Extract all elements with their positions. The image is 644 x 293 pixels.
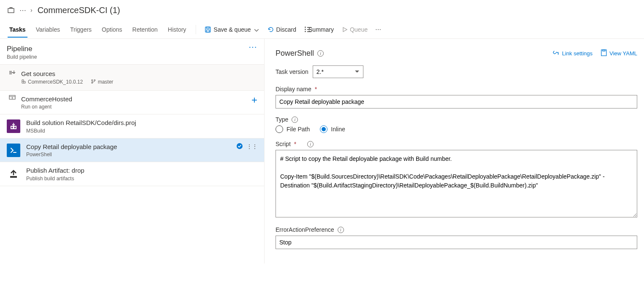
task-name: Publish Artifact: drop <box>26 166 257 175</box>
check-icon <box>236 143 243 151</box>
svg-rect-13 <box>601 50 606 56</box>
task-row-copy[interactable]: Copy Retail deployable package PowerShel… <box>0 138 264 162</box>
tab-history[interactable]: History <box>163 22 191 37</box>
branch-name: master <box>98 79 113 85</box>
project-icon <box>7 6 15 14</box>
required-marker: * <box>294 141 296 147</box>
script-label: Script <box>276 141 291 147</box>
display-name-input[interactable] <box>276 95 637 109</box>
summary-label: Summary <box>308 26 334 33</box>
link-settings-button[interactable]: Link settings <box>553 49 592 57</box>
svg-rect-14 <box>603 50 605 51</box>
tab-variables[interactable]: Variables <box>31 22 65 37</box>
task-name: Build solution RetailSDK/Code/dirs.proj <box>26 119 257 127</box>
play-icon <box>342 27 347 32</box>
sources-icon <box>7 70 18 76</box>
tab-tasks[interactable]: Tasks <box>4 22 31 37</box>
view-yaml-label: View YAML <box>609 50 637 57</box>
undo-icon <box>267 26 274 33</box>
page-title: CommerceSDK-CI (1) <box>38 5 120 15</box>
display-name-label: Display name <box>276 86 311 92</box>
job-name: CommerceHosted <box>21 95 251 103</box>
tab-retention[interactable]: Retention <box>127 22 163 37</box>
powershell-icon <box>7 144 20 157</box>
task-version-label: Task version <box>276 68 308 75</box>
agent-job-row[interactable]: CommerceHosted Run on agent + <box>0 90 264 114</box>
radio-inline[interactable]: Inline <box>320 125 345 133</box>
info-icon[interactable]: i <box>338 227 344 233</box>
tab-bar: Tasks Variables Triggers Options Retenti… <box>0 20 644 39</box>
list-icon <box>305 27 306 32</box>
svg-rect-3 <box>206 30 209 32</box>
error-pref-label: ErrorActionPreference <box>276 226 334 233</box>
svg-point-11 <box>237 143 243 149</box>
branch-icon <box>91 79 96 85</box>
get-sources-title: Get sources <box>21 70 257 78</box>
task-list-panel: Pipeline Build pipeline ⋯ Get sources Co… <box>0 39 265 263</box>
task-row-build[interactable]: Build solution RetailSDK/Code/dirs.proj … <box>0 114 264 138</box>
repo-icon <box>21 79 26 85</box>
info-icon[interactable]: i <box>307 141 314 147</box>
script-input[interactable] <box>276 150 637 217</box>
summary-button[interactable]: Summary <box>300 24 338 35</box>
discard-label: Discard <box>276 26 296 33</box>
task-name: Copy Retail deployable package <box>26 143 236 151</box>
view-yaml-button[interactable]: View YAML <box>601 49 637 57</box>
info-icon[interactable]: i <box>292 117 298 123</box>
save-icon <box>205 26 211 33</box>
agent-icon <box>7 95 18 101</box>
drag-handle-icon[interactable]: ⋮⋮ <box>246 143 257 150</box>
msbuild-icon <box>7 119 20 133</box>
link-settings-label: Link settings <box>562 50 592 57</box>
save-queue-label: Save & queue <box>214 26 251 33</box>
task-sub: MSBuild <box>26 128 257 134</box>
queue-button[interactable]: Queue <box>338 24 372 35</box>
link-icon <box>553 50 559 57</box>
tab-triggers[interactable]: Triggers <box>65 22 97 37</box>
svg-rect-0 <box>8 8 14 13</box>
add-task-button[interactable]: + <box>251 95 257 105</box>
pipeline-subtitle: Build pipeline <box>7 54 37 60</box>
branch-chip: master <box>91 79 113 85</box>
job-sub: Run on agent <box>21 104 251 110</box>
radio-file-path[interactable]: File Path <box>276 125 310 133</box>
toolbar-more-icon[interactable]: ⋯ <box>372 24 385 35</box>
pipeline-header[interactable]: Pipeline Build pipeline ⋯ <box>0 39 264 64</box>
pipeline-title: Pipeline <box>7 45 37 53</box>
type-label: Type <box>276 116 288 123</box>
task-sub: Publish build artifacts <box>26 176 257 182</box>
breadcrumb: ⋯ › CommerceSDK-CI (1) <box>0 0 644 20</box>
tab-options[interactable]: Options <box>97 22 127 37</box>
svg-rect-12 <box>10 176 17 178</box>
svg-point-4 <box>92 79 93 81</box>
radio-control <box>276 125 283 133</box>
breadcrumb-more-icon[interactable]: ⋯ <box>19 6 26 14</box>
task-detail-panel: PowerShell i Link settings View YAML Tas… <box>265 39 644 263</box>
discard-button[interactable]: Discard <box>263 24 300 35</box>
svg-rect-1 <box>205 27 210 32</box>
yaml-icon <box>601 49 607 57</box>
task-version-select[interactable]: 2.* <box>313 65 363 78</box>
svg-point-6 <box>94 79 96 81</box>
required-marker: * <box>315 86 317 92</box>
radio-control <box>320 125 327 133</box>
publish-icon <box>7 167 20 181</box>
repo-chip: CommerceSDK_10.0.12 <box>21 79 83 85</box>
radio-label: Inline <box>331 126 345 133</box>
chevron-down-icon <box>254 26 259 33</box>
svg-rect-2 <box>207 27 209 29</box>
radio-label: File Path <box>287 126 310 133</box>
error-pref-input[interactable] <box>276 236 637 249</box>
save-queue-button[interactable]: Save & queue <box>200 24 263 35</box>
queue-label: Queue <box>350 26 368 33</box>
task-row-publish[interactable]: Publish Artifact: drop Publish build art… <box>0 162 264 186</box>
repo-name: CommerceSDK_10.0.12 <box>28 79 83 85</box>
info-icon[interactable]: i <box>317 50 324 57</box>
panel-title: PowerShell <box>276 49 314 58</box>
pipeline-more-icon[interactable]: ⋯ <box>248 45 257 49</box>
divider <box>196 25 196 34</box>
svg-rect-9 <box>11 127 13 128</box>
get-sources-row[interactable]: Get sources CommerceSDK_10.0.12 master <box>0 64 264 90</box>
svg-point-5 <box>92 82 93 83</box>
breadcrumb-chevron-icon: › <box>30 7 33 14</box>
